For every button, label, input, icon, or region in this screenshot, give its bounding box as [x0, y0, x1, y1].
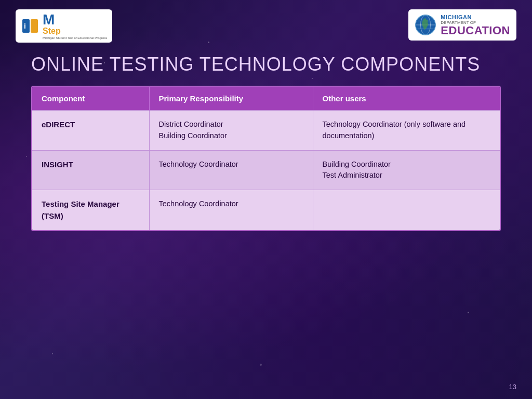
table-row: INSIGHT Technology Coordinator Building …	[32, 150, 500, 190]
col-header-primary: Primary Responsibility	[149, 87, 313, 111]
components-table-container: Component Primary Responsibility Other u…	[31, 86, 501, 231]
table-row: Testing Site Manager(TSM) Technology Coo…	[32, 190, 500, 231]
row2-primary: Technology Coordinator	[149, 150, 313, 190]
mstep-logo: i M Step Michigan Student Test of Educat…	[16, 9, 112, 43]
page-title: ONLINE TESTING TECHNOLOGY COMPONENTS	[31, 53, 501, 75]
mstep-logo-text: M Step Michigan Student Test of Educatio…	[43, 12, 107, 39]
title-area: ONLINE TESTING TECHNOLOGY COMPONENTS	[0, 43, 532, 81]
svg-rect-1	[31, 19, 38, 33]
row1-primary: District CoordinatorBuilding Coordinator	[149, 111, 313, 151]
table-header-row: Component Primary Responsibility Other u…	[32, 87, 500, 111]
row3-other	[313, 190, 500, 231]
mi-logo-right-text: MICHIGAN DEPARTMENT OF Education	[441, 14, 510, 36]
row1-primary-text: District CoordinatorBuilding Coordinator	[159, 120, 227, 140]
row1-other-text: Technology Coordinator (only software an…	[323, 120, 466, 140]
mi-logo-top: MICHIGAN DEPARTMENT OF Education	[415, 14, 510, 36]
row2-component: INSIGHT	[32, 150, 149, 190]
col-header-component: Component	[32, 87, 149, 111]
row2-other-text: Building CoordinatorTest Administrator	[323, 160, 391, 180]
mstep-m: M	[43, 12, 107, 27]
svg-text:i: i	[24, 22, 26, 30]
michigan-globe-icon	[415, 14, 436, 36]
row3-component: Testing Site Manager(TSM)	[32, 190, 149, 231]
slide-header: i M Step Michigan Student Test of Educat…	[0, 0, 532, 43]
col-header-other: Other users	[313, 87, 500, 111]
components-table: Component Primary Responsibility Other u…	[32, 87, 500, 230]
row2-other: Building CoordinatorTest Administrator	[313, 150, 500, 190]
row3-component-text: Testing Site Manager(TSM)	[42, 200, 119, 220]
row3-primary: Technology Coordinator	[149, 190, 313, 231]
michigan-label: MICHIGAN	[441, 14, 510, 20]
page-number: 13	[509, 383, 516, 391]
row1-other: Technology Coordinator (only software an…	[313, 111, 500, 151]
mstep-step: Step	[43, 27, 107, 35]
table-row: eDIRECT District CoordinatorBuilding Coo…	[32, 111, 500, 151]
mstep-subtitle: Michigan Student Test of Educational Pro…	[43, 36, 107, 39]
michigan-education-logo: MICHIGAN DEPARTMENT OF Education	[408, 9, 516, 41]
education-label: Education	[441, 25, 510, 36]
mstep-logo-icon: i	[21, 17, 39, 35]
row1-component: eDIRECT	[32, 111, 149, 151]
